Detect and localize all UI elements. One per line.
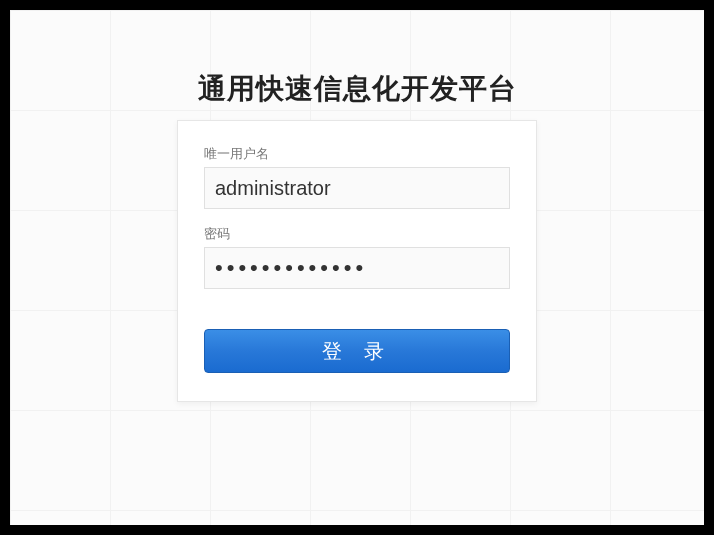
password-group: 密码 [204, 225, 510, 289]
login-page: 通用快速信息化开发平台 唯一用户名 密码 登 录 [10, 10, 704, 525]
password-input[interactable] [204, 247, 510, 289]
page-title: 通用快速信息化开发平台 [198, 70, 517, 108]
username-group: 唯一用户名 [204, 145, 510, 209]
login-card: 唯一用户名 密码 登 录 [177, 120, 537, 402]
password-label: 密码 [204, 225, 510, 243]
username-input[interactable] [204, 167, 510, 209]
login-button[interactable]: 登 录 [204, 329, 510, 373]
username-label: 唯一用户名 [204, 145, 510, 163]
